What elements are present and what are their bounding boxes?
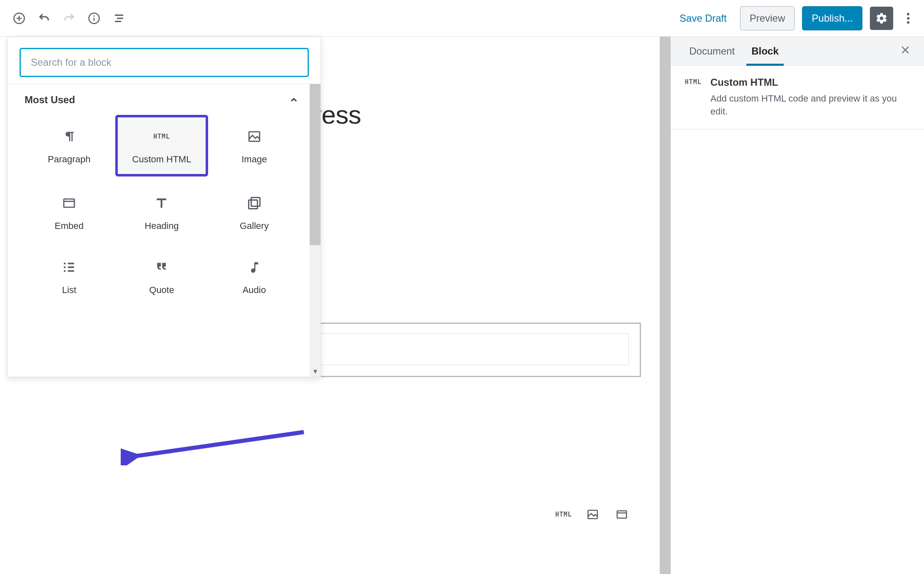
block-label: Embed xyxy=(55,221,84,231)
panel-block-icon: HTML xyxy=(683,77,703,118)
inserter-section-header[interactable]: Most Used xyxy=(23,94,301,111)
embed-icon xyxy=(60,194,78,212)
section-title: Most Used xyxy=(25,94,75,106)
svg-point-24 xyxy=(64,263,66,265)
block-label: Paragraph xyxy=(48,154,91,165)
html-icon: HTML xyxy=(152,127,171,146)
block-list[interactable]: List xyxy=(23,248,115,305)
inline-inserter: HTML xyxy=(33,507,641,522)
block-label: Image xyxy=(241,154,267,165)
svg-point-10 xyxy=(907,17,909,20)
preview-button[interactable]: Preview xyxy=(740,6,795,30)
svg-rect-23 xyxy=(248,200,257,209)
block-gallery[interactable]: Gallery xyxy=(208,184,301,241)
svg-point-28 xyxy=(64,270,66,272)
block-label: Audio xyxy=(243,285,266,296)
save-draft-button[interactable]: Save Draft xyxy=(674,8,733,28)
svg-point-26 xyxy=(64,266,66,268)
list-icon xyxy=(60,258,78,276)
tab-document[interactable]: Document xyxy=(681,37,743,65)
sidebar-tabs: Document Block xyxy=(671,37,924,66)
panel-description: Add custom HTML code and preview it as y… xyxy=(710,92,912,118)
block-label: Heading xyxy=(145,221,179,231)
block-quote[interactable]: Quote xyxy=(115,248,208,305)
block-image[interactable]: Image xyxy=(208,115,301,176)
block-custom-html[interactable]: HTML Custom HTML xyxy=(115,115,208,176)
block-label: Gallery xyxy=(240,221,269,231)
annotation-arrow xyxy=(121,428,312,465)
svg-point-11 xyxy=(907,21,909,24)
paragraph-icon xyxy=(60,127,78,146)
inserter-html-icon[interactable]: HTML xyxy=(556,507,571,522)
undo-icon[interactable] xyxy=(37,12,51,25)
block-inspector-panel: HTML Custom HTML Add custom HTML code an… xyxy=(671,66,924,129)
panel-title: Custom HTML xyxy=(710,77,912,88)
settings-sidebar: Document Block HTML Custom HTML Add cust… xyxy=(671,37,924,574)
inserter-scrollbar[interactable]: ▾ xyxy=(310,84,320,377)
heading-icon xyxy=(152,194,171,212)
info-icon[interactable] xyxy=(87,12,101,25)
audio-icon xyxy=(245,258,263,276)
outline-icon[interactable] xyxy=(112,12,126,25)
svg-rect-17 xyxy=(617,511,627,518)
block-embed[interactable]: Embed xyxy=(23,184,115,241)
chevron-up-icon xyxy=(289,95,299,105)
block-label: List xyxy=(62,285,76,296)
gear-icon xyxy=(875,12,888,25)
block-label: Custom HTML xyxy=(132,154,191,165)
block-heading[interactable]: Heading xyxy=(115,184,208,241)
block-paragraph[interactable]: Paragraph xyxy=(23,115,115,176)
quote-icon xyxy=(152,258,171,276)
gallery-icon xyxy=(245,194,263,212)
canvas-scrollbar[interactable] xyxy=(660,37,671,574)
block-inserter-popover: Most Used Paragraph HTML Custom HTML Ima… xyxy=(7,37,321,377)
add-block-icon[interactable] xyxy=(12,12,26,25)
svg-rect-20 xyxy=(64,199,75,207)
editor-top-toolbar: Save Draft Preview Publish... xyxy=(0,0,924,37)
svg-point-9 xyxy=(907,13,909,15)
inserter-embed-icon[interactable] xyxy=(614,507,629,522)
block-label: Quote xyxy=(149,285,174,296)
svg-rect-22 xyxy=(251,198,260,206)
more-menu-button[interactable] xyxy=(901,7,916,30)
kebab-icon xyxy=(907,12,910,25)
redo-icon xyxy=(62,12,76,25)
settings-button[interactable] xyxy=(870,7,893,30)
close-sidebar-button[interactable] xyxy=(897,44,914,58)
publish-button[interactable]: Publish... xyxy=(802,6,862,30)
inserter-image-icon[interactable] xyxy=(585,507,600,522)
inserter-scrollbar-thumb[interactable] xyxy=(310,84,320,245)
close-icon xyxy=(900,45,911,55)
canvas-scrollbar-thumb[interactable] xyxy=(660,37,671,574)
tab-block[interactable]: Block xyxy=(743,37,787,65)
svg-point-5 xyxy=(94,15,95,16)
block-audio[interactable]: Audio xyxy=(208,248,301,305)
chevron-down-icon[interactable]: ▾ xyxy=(310,366,320,377)
svg-line-15 xyxy=(129,432,304,457)
block-search-input[interactable] xyxy=(20,48,309,77)
image-icon xyxy=(245,127,263,146)
